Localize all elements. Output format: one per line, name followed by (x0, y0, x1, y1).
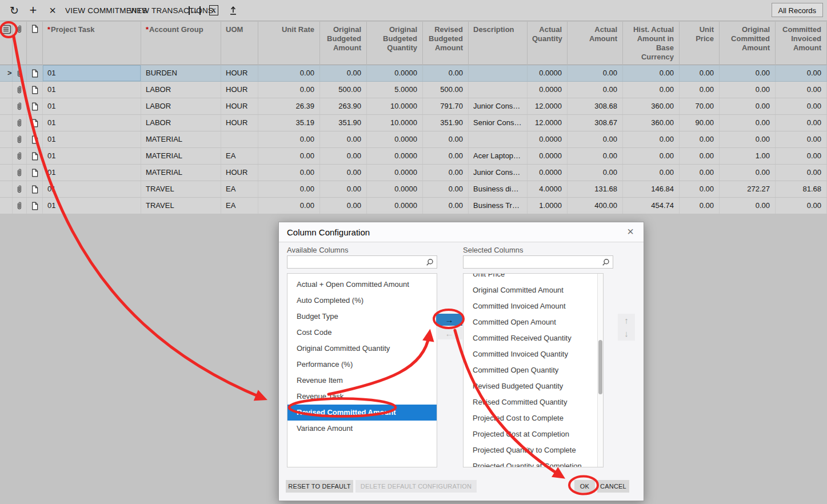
col-header-group[interactable]: *Account Group (141, 22, 221, 65)
cell-task[interactable]: 01 (43, 131, 141, 147)
move-down-button[interactable]: ↓ (618, 327, 635, 340)
ok-button[interactable]: OK (574, 480, 595, 493)
cell-hist_actual[interactable]: 454.74 (623, 198, 680, 214)
note-button[interactable] (27, 198, 43, 214)
scrollbar-thumb[interactable] (598, 340, 602, 394)
table-row[interactable]: 01LABORHOUR35.19351.9010.0000351.90Senio… (0, 115, 827, 131)
cell-unit_price[interactable]: 0.00 (680, 65, 720, 81)
cell-orig_budgeted_amount[interactable]: 0.00 (320, 148, 367, 164)
table-row[interactable]: 01MATERIALEA0.000.000.00000.00Acer Lapto… (0, 148, 827, 165)
selected-column-item[interactable]: Revised Budgeted Quantity (464, 378, 603, 394)
col-header-rev_budgeted_amount[interactable]: Revised Budgeted Amount (423, 22, 469, 65)
cell-actual_qty[interactable]: 1.0000 (528, 198, 568, 214)
cell-actual_amount[interactable]: 0.00 (568, 65, 623, 81)
cell-task[interactable]: 01 (43, 198, 141, 214)
cell-committed_invoiced_amount[interactable]: 0.00 (776, 65, 827, 81)
available-column-item[interactable]: Revenue Task (287, 389, 437, 405)
cell-uom[interactable]: HOUR (221, 98, 258, 114)
cell-description[interactable]: Senior Cons… (469, 115, 528, 131)
available-column-item[interactable]: Cost Code (287, 325, 437, 341)
cell-orig_budgeted_amount[interactable]: 500.00 (320, 82, 367, 98)
attachment-button[interactable] (13, 165, 27, 181)
cell-committed_invoiced_amount[interactable]: 0.00 (776, 198, 827, 214)
reset-to-default-button[interactable]: RESET TO DEFAULT (286, 480, 353, 493)
cell-group[interactable]: BURDEN (141, 65, 221, 81)
cell-task[interactable]: 01 (43, 165, 141, 181)
selected-list-scrollbar[interactable] (597, 274, 603, 467)
selected-column-item[interactable]: Projected Cost to Complete (464, 410, 603, 426)
cell-unit_price[interactable]: 90.00 (680, 115, 720, 131)
table-row[interactable]: 01LABORHOUR26.39263.9010.0000791.70Junio… (0, 98, 827, 115)
cell-unit_rate[interactable]: 0.00 (258, 165, 320, 181)
add-row-button[interactable]: + (24, 0, 42, 21)
cell-rev_budgeted_amount[interactable]: 0.00 (423, 198, 469, 214)
selected-column-item[interactable]: Projected Quantity to Complete (464, 442, 603, 458)
selected-column-item[interactable]: Projected Quantity at Completion (464, 458, 603, 467)
cell-uom[interactable]: HOUR (221, 65, 258, 81)
cell-group[interactable]: MATERIAL (141, 131, 221, 147)
cell-hist_actual[interactable]: 0.00 (623, 82, 680, 98)
cell-unit_rate[interactable]: 35.19 (258, 115, 320, 131)
cell-description[interactable]: Business Tr… (469, 198, 528, 214)
close-icon[interactable]: × (623, 222, 638, 242)
note-button[interactable] (27, 181, 43, 197)
cell-committed_invoiced_amount[interactable]: 0.00 (776, 98, 827, 114)
selected-column-item[interactable]: Committed Open Amount (464, 314, 603, 330)
col-header-uom[interactable]: UOM (221, 22, 258, 65)
cell-unit_price[interactable]: 0.00 (680, 181, 720, 197)
cell-group[interactable]: LABOR (141, 98, 221, 114)
cell-description[interactable]: Acer Laptop… (469, 148, 528, 164)
row-selector[interactable]: > (0, 65, 13, 81)
note-button[interactable] (27, 131, 43, 147)
available-column-item[interactable]: Original Committed Quantity (287, 341, 437, 357)
cell-orig_committed_amount[interactable]: 272.27 (720, 181, 776, 197)
cell-uom[interactable]: HOUR (221, 165, 258, 181)
cancel-button[interactable]: CANCEL (597, 480, 629, 493)
cell-orig_budgeted_amount[interactable]: 351.90 (320, 115, 367, 131)
cell-unit_price[interactable]: 0.00 (680, 198, 720, 214)
available-column-item[interactable]: Auto Completed (%) (287, 293, 437, 309)
cell-actual_amount[interactable]: 0.00 (568, 131, 623, 147)
cell-orig_committed_amount[interactable]: 0.00 (720, 131, 776, 147)
col-header-orig_budgeted_qty[interactable]: Original Budgeted Quantity (367, 22, 423, 65)
cell-actual_amount[interactable]: 131.68 (568, 181, 623, 197)
col-header-unit_price[interactable]: Unit Price (680, 22, 720, 65)
cell-unit_rate[interactable]: 0.00 (258, 148, 320, 164)
cell-rev_budgeted_amount[interactable]: 0.00 (423, 181, 469, 197)
selected-column-item[interactable]: Committed Invoiced Quantity (464, 346, 603, 362)
note-button[interactable] (27, 115, 43, 131)
cell-committed_invoiced_amount[interactable]: 0.00 (776, 131, 827, 147)
cell-hist_actual[interactable]: 360.00 (623, 98, 680, 114)
note-button[interactable] (27, 148, 43, 164)
cell-group[interactable]: TRAVEL (141, 198, 221, 214)
cell-orig_budgeted_amount[interactable]: 0.00 (320, 165, 367, 181)
cell-hist_actual[interactable]: 0.00 (623, 65, 680, 81)
attachment-button[interactable] (13, 98, 27, 114)
attachment-button[interactable] (13, 82, 27, 98)
cell-description[interactable]: Junior Cons… (469, 98, 528, 114)
cell-orig_budgeted_qty[interactable]: 0.0000 (367, 181, 423, 197)
cell-unit_rate[interactable]: 0.00 (258, 65, 320, 81)
cell-actual_qty[interactable]: 0.0000 (528, 165, 568, 181)
cell-orig_budgeted_qty[interactable]: 0.0000 (367, 165, 423, 181)
move-left-button[interactable]: ← (436, 327, 462, 339)
available-search-input[interactable] (287, 256, 425, 267)
cell-orig_budgeted_amount[interactable]: 0.00 (320, 198, 367, 214)
note-button[interactable] (27, 65, 43, 81)
cell-task[interactable]: 01 (43, 181, 141, 197)
cell-orig_committed_amount[interactable]: 0.00 (720, 165, 776, 181)
selected-column-item[interactable]: Revised Committed Quantity (464, 394, 603, 410)
cell-actual_qty[interactable]: 0.0000 (528, 148, 568, 164)
cell-unit_price[interactable]: 0.00 (680, 82, 720, 98)
cell-uom[interactable]: HOUR (221, 82, 258, 98)
available-column-item[interactable]: Actual + Open Committed Amount (287, 277, 437, 293)
cell-actual_qty[interactable]: 4.0000 (528, 181, 568, 197)
cell-orig_budgeted_qty[interactable]: 0.0000 (367, 65, 423, 81)
cell-orig_budgeted_amount[interactable]: 263.90 (320, 98, 367, 114)
available-column-item[interactable]: Revenue Item (287, 373, 437, 389)
cell-hist_actual[interactable]: 0.00 (623, 148, 680, 164)
cell-actual_amount[interactable]: 0.00 (568, 82, 623, 98)
cell-hist_actual[interactable]: 146.84 (623, 181, 680, 197)
cell-unit_price[interactable]: 0.00 (680, 148, 720, 164)
col-header-committed_invoiced_amount[interactable]: Committed Invoiced Amount (776, 22, 827, 65)
